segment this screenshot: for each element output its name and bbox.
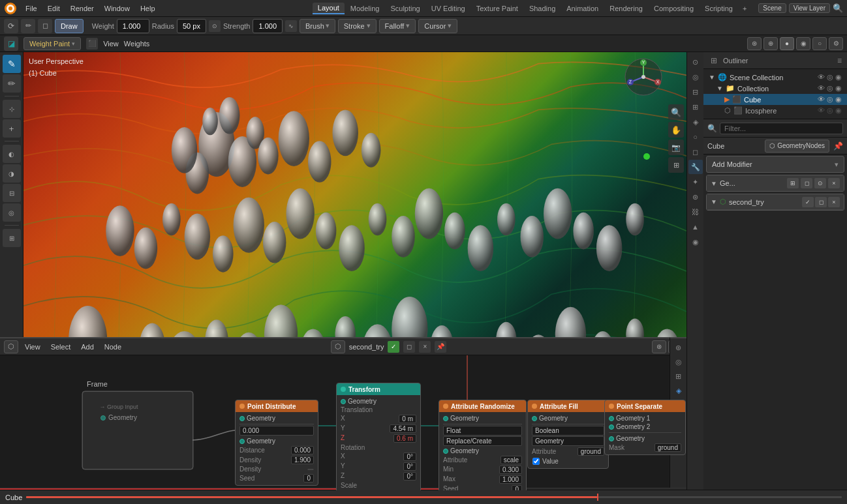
ne-overlay-btn[interactable]: ⊛ <box>652 340 666 353</box>
add-workspace-btn[interactable]: + <box>739 3 750 14</box>
viewport-icon[interactable]: ◪ <box>4 37 18 51</box>
scene-select[interactable]: Scene <box>758 3 786 13</box>
menu-file[interactable]: File <box>21 3 42 14</box>
value-checkbox[interactable] <box>532 458 539 464</box>
outliner-render-icon[interactable]: ◉ <box>835 73 842 82</box>
falloff-btn[interactable]: Falloff▾ <box>379 19 416 33</box>
grid-btn[interactable]: ⊞ <box>668 157 684 173</box>
viewport-shading-solid[interactable]: ● <box>780 37 794 50</box>
ne-icon[interactable]: ⬡ <box>4 340 18 353</box>
ne-menu-view[interactable]: View <box>21 342 44 352</box>
props-physics-icon[interactable]: ⊛ <box>688 190 703 204</box>
viewport-shading-render[interactable]: ○ <box>812 37 827 50</box>
mod-icon-3[interactable]: ⊙ <box>814 178 826 188</box>
ne-sb-4[interactable]: ◈ <box>672 384 685 397</box>
layer-select[interactable]: View Layer <box>789 3 830 13</box>
props-world-icon[interactable]: ○ <box>688 130 703 144</box>
tab-shading[interactable]: Shading <box>524 3 561 14</box>
st-check-icon[interactable]: ✓ <box>802 197 814 207</box>
modifier-pin-btn[interactable]: 📌 <box>833 141 843 151</box>
viewport-options[interactable]: ⚙ <box>829 37 843 50</box>
second-try-header[interactable]: ▼ ⬡ second_try ✓ ◻ × <box>707 194 844 210</box>
pd-mode[interactable]: 0.000 <box>239 426 314 436</box>
ne-pin-icon[interactable]: 📌 <box>435 341 446 353</box>
mod-eye-icon[interactable]: × <box>828 178 840 188</box>
tool-cursor[interactable]: ✎ <box>3 55 21 73</box>
props-render-icon[interactable]: ◎ <box>688 70 703 84</box>
tab-uv-editing[interactable]: UV Editing <box>426 3 470 14</box>
gizmo-btn[interactable]: ⊕ <box>763 37 778 50</box>
outliner-eye-icon[interactable]: 👁 <box>818 73 825 82</box>
ne-sb-2[interactable]: ◎ <box>672 355 685 368</box>
tab-modeling[interactable]: Modeling <box>345 3 385 14</box>
stroke-btn[interactable]: Stroke▾ <box>338 19 377 33</box>
props-modifiers-icon[interactable]: 🔧 <box>688 160 703 174</box>
ne-unlink-icon[interactable]: ◻ <box>403 341 415 353</box>
tool-measure[interactable]: ⊹ <box>3 100 21 118</box>
tab-layout[interactable]: Layout <box>313 3 345 14</box>
st-file-icon[interactable]: ◻ <box>815 197 827 207</box>
tab-sculpting[interactable]: Sculpting <box>385 3 425 14</box>
ne-close-icon[interactable]: × <box>419 341 431 353</box>
tab-scripting[interactable]: Scripting <box>700 3 738 14</box>
props-output-icon[interactable]: ⊟ <box>688 85 703 99</box>
modifier-tab-btn[interactable]: ⬡ GeometryNodes <box>765 140 829 153</box>
props-object-icon[interactable]: ◻ <box>688 145 703 159</box>
toolbar-icon-1[interactable]: ⟳ <box>4 19 18 33</box>
scene-collection-header[interactable]: ▼ 🌐 Scene Collection 👁 ◎ ◉ <box>703 72 847 83</box>
props-constraints-icon[interactable]: ⛓ <box>688 205 703 219</box>
tool-sample[interactable]: ◎ <box>3 203 21 222</box>
menu-render[interactable]: Render <box>66 3 99 14</box>
toolbar-draw-icon[interactable]: ✏ <box>21 19 35 33</box>
search-icon[interactable]: 🔍 <box>833 3 843 13</box>
node-canvas[interactable]: Frame → Group Input Geometry Point Distr… <box>0 355 686 490</box>
tab-texture-paint[interactable]: Texture Paint <box>471 3 523 14</box>
strength-input[interactable]: 1.000 <box>253 19 283 33</box>
weights-menu[interactable]: Weights <box>124 40 150 48</box>
tool-blur[interactable]: ◑ <box>3 164 21 183</box>
tool-smooth[interactable]: ◐ <box>3 145 21 163</box>
outliner-cursor-icon[interactable]: ◎ <box>827 73 833 82</box>
hand-btn[interactable]: ✋ <box>668 122 684 138</box>
mod-icon-1[interactable]: ⊞ <box>787 178 799 188</box>
ne-sb-3[interactable]: ⊞ <box>672 370 685 383</box>
filter-icon[interactable]: ≡ <box>837 56 842 65</box>
ne-menu-add[interactable]: Add <box>77 342 98 352</box>
view-menu[interactable]: View <box>103 40 119 48</box>
props-view-layer-icon[interactable]: ⊞ <box>688 100 703 114</box>
viewport-shading-material[interactable]: ◉ <box>796 37 810 50</box>
icosphere-object-item[interactable]: ⬡ ⬛ Icosphere 👁 ◎ ◉ <box>703 105 847 116</box>
props-scene-icon[interactable]: ⊙ <box>688 55 703 69</box>
tab-compositing[interactable]: Compositing <box>649 3 699 14</box>
mod-icon-2[interactable]: ◻ <box>801 178 812 188</box>
props-search-input[interactable] <box>720 123 843 134</box>
collection-item[interactable]: ▼ 📁 Collection 👁 ◎ ◉ <box>703 83 847 94</box>
brush-btn[interactable]: Brush▾ <box>300 19 335 33</box>
props-material-icon[interactable]: ◉ <box>688 235 703 249</box>
st-close-icon[interactable]: × <box>828 197 840 207</box>
tool-gradient[interactable]: ⊟ <box>3 184 21 202</box>
magnify-btn[interactable]: 🔍 <box>668 104 684 120</box>
draw-mode-btn[interactable]: Draw <box>55 19 84 33</box>
tool-annotate[interactable]: ✏ <box>3 74 21 93</box>
menu-help[interactable]: Help <box>136 3 160 14</box>
weight-input[interactable]: 1.000 <box>117 19 149 33</box>
add-modifier-btn[interactable]: Add Modifier ▾ <box>706 156 844 173</box>
props-scene-data-icon[interactable]: ◈ <box>688 115 703 129</box>
radius-input[interactable]: 50 px <box>177 19 206 33</box>
tab-rendering[interactable]: Rendering <box>604 3 648 14</box>
camera-btn[interactable]: 📷 <box>668 140 684 155</box>
toolbar-icon-3[interactable]: ◻ <box>38 19 52 33</box>
ne-menu-select[interactable]: Select <box>47 342 75 352</box>
ne-graph-icon[interactable]: ⬡ <box>331 340 345 353</box>
overlay-btn[interactable]: ⊛ <box>747 37 762 50</box>
cube-object-item[interactable]: ▶ ⬛ Cube 👁 ◎ ◉ <box>703 94 847 105</box>
ne-check-icon[interactable]: ✓ <box>388 341 399 353</box>
ne-menu-node[interactable]: Node <box>100 342 125 352</box>
ne-sb-1[interactable]: ⊛ <box>672 341 685 354</box>
modifier-ge-header[interactable]: ▼ Ge... ⊞ ◻ ⊙ × <box>707 175 844 191</box>
tool-transform[interactable]: ⊞ <box>3 229 21 247</box>
props-particles-icon[interactable]: ✦ <box>688 175 703 189</box>
cursor-btn[interactable]: Cursor▾ <box>418 19 457 33</box>
tool-add[interactable]: + <box>3 119 21 138</box>
